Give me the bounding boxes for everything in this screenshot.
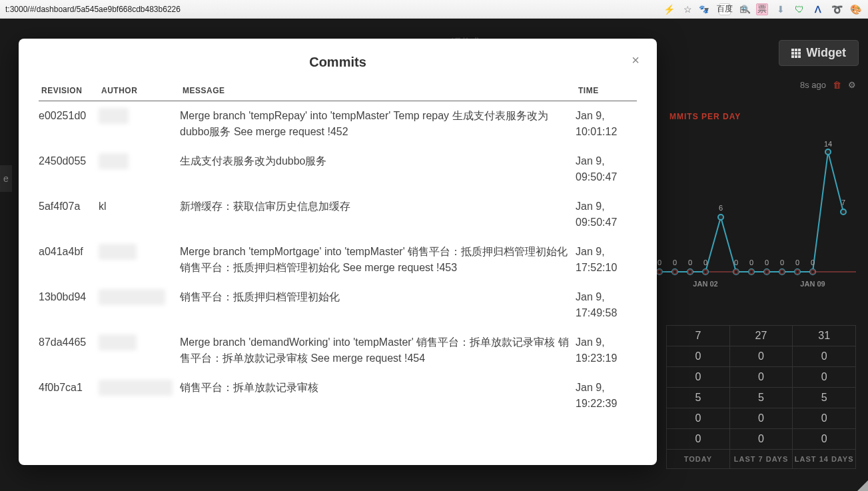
commits-chart: 000 060 000 0014 7 JAN 02 JAN 09 [656,139,856,298]
stats-row: 72731 [666,326,856,346]
svg-point-17 [703,270,707,274]
extension-a-icon[interactable]: ᐱ [812,3,824,15]
extension-swirl-icon[interactable]: ➰ [831,3,843,15]
svg-text:0: 0 [688,258,692,266]
stats-row: 000 [666,346,856,367]
svg-text:0: 0 [780,258,784,266]
col-revision: REVISION [39,81,99,101]
cell-time: Jan 9, 17:49:58 [576,282,637,328]
cell-revision: 4f0b7ca1 [39,373,99,418]
widget-button[interactable]: Widget [779,40,859,66]
cell-time: Jan 9, 09:50:47 [576,192,637,237]
svg-point-20 [765,270,769,274]
cell-message: 生成支付表服务改为dubbo服务 [180,147,576,192]
svg-point-14 [657,270,661,274]
table-row: 87da4465█████Merge branch 'demandWorking… [39,328,637,373]
stats-cell: 7 [666,326,730,346]
svg-text:0: 0 [673,258,677,266]
svg-text:7: 7 [841,199,845,207]
svg-point-19 [749,270,753,274]
close-icon[interactable]: × [632,53,640,67]
panel-top-controls: 8s ago 🗑 ⚙ [800,80,856,90]
extension-ticket-icon[interactable]: 票 [756,3,768,15]
svg-text:0: 0 [703,258,707,266]
resize-corner-icon[interactable] [857,480,868,491]
table-row: 5af4f07akl新增缓存：获取信审历史信息加缓存Jan 9, 09:50:4… [39,192,637,237]
stats-cell: 27 [730,326,793,346]
download-icon[interactable]: ⬇ [775,3,787,15]
cell-author: ████ [99,101,180,147]
cell-author: w████████u [99,373,180,418]
col-time: TIME [576,81,637,101]
svg-text:0: 0 [795,258,799,266]
search-engine-icon: 🐾 [699,3,709,15]
svg-text:0: 0 [657,258,661,266]
cell-time: Jan 9, 10:01:12 [576,101,637,147]
svg-text:JAN 02: JAN 02 [693,280,717,288]
stats-cell: 5 [793,388,856,408]
commits-modal: Commits × REVISION AUTHOR MESSAGE TIME e… [19,39,657,465]
browser-toolbar-icons: ⚡ ☆ ▾ 🐾 百度 🔍 ⊞ 票 ⬇ 🛡 ᐱ ➰ 🎨 [663,3,865,15]
cell-author: kl [99,192,180,237]
commits-per-day-heading: MMITS PER DAY [669,112,789,121]
stats-table: 72731000000555000000 TODAY LAST 7 DAYS L… [666,325,856,469]
svg-point-22 [795,270,799,274]
trash-icon[interactable]: 🗑 [833,80,841,90]
search-engine-label: 百度 [711,3,738,15]
table-row: 4f0b7ca1w████████u销售平台：拆单放款记录审核Jan 9, 19… [39,373,637,418]
stats-cell: 0 [793,429,856,450]
stats-cell: 0 [730,367,793,388]
stats-cell: 5 [730,388,793,408]
svg-text:6: 6 [719,204,723,212]
cell-message: 新增缓存：获取信审历史信息加缓存 [180,192,576,237]
cell-revision: a041a4bf [39,237,99,282]
url-text[interactable]: t:3000/#/dashboard/5a545ae9bf668cdb483b6… [3,5,181,14]
commits-chart-svg: 000 060 000 0014 7 JAN 02 JAN 09 [656,139,856,298]
stats-header-today: TODAY [666,450,730,469]
browser-search[interactable]: 🐾 百度 🔍 [719,3,731,15]
stats-cell: 0 [793,346,856,367]
stats-cell: 0 [666,367,730,388]
svg-point-16 [688,270,692,274]
svg-point-15 [673,270,677,274]
svg-text:0: 0 [811,258,815,266]
cell-time: Jan 9, 17:52:10 [576,237,637,282]
svg-point-12 [825,149,831,155]
extension-grid-icon[interactable]: ⊞ [737,3,749,15]
cell-revision: e00251d0 [39,101,99,147]
widget-button-label: Widget [806,46,846,60]
extension-color-icon[interactable]: 🎨 [849,3,861,15]
stats-cell: 0 [793,408,856,429]
cell-revision: 2450d055 [39,147,99,192]
svg-text:0: 0 [765,258,769,266]
cell-revision: 5af4f07a [39,192,99,237]
shield-icon[interactable]: 🛡 [793,3,805,15]
cell-revision: 13b0bd94 [39,282,99,328]
cell-message: Merge branch 'tempRepay' into 'tempMaste… [180,101,576,147]
svg-point-18 [734,270,738,274]
svg-point-23 [811,270,815,274]
stats-row: 000 [666,367,856,388]
cell-message: Merge branch 'demandWorking' into 'tempM… [180,328,576,373]
stats-header-14days: LAST 14 DAYS [793,450,856,469]
cell-author: █████ [99,237,180,282]
gear-icon[interactable]: ⚙ [848,80,856,90]
age-label: 8s ago [800,80,826,90]
stats-row: 555 [666,388,856,408]
svg-point-13 [841,209,846,215]
stats-cell: 0 [730,429,793,450]
stats-cell: 5 [666,388,730,408]
cell-author: ████ [99,147,180,192]
lightning-icon[interactable]: ⚡ [663,3,675,15]
svg-text:0: 0 [749,258,753,266]
star-icon[interactable]: ☆ [681,3,693,15]
stats-header-row: TODAY LAST 7 DAYS LAST 14 DAYS [666,450,856,469]
stats-cell: 31 [793,326,856,346]
cell-revision: 87da4465 [39,328,99,373]
table-row: a041a4bf█████Merge branch 'tempMortgage'… [39,237,637,282]
stats-cell: 0 [730,346,793,367]
cell-message: Merge branch 'tempMortgage' into 'tempMa… [180,237,576,282]
stats-cell: 0 [666,346,730,367]
col-message: MESSAGE [180,81,576,101]
col-author: AUTHOR [99,81,180,101]
